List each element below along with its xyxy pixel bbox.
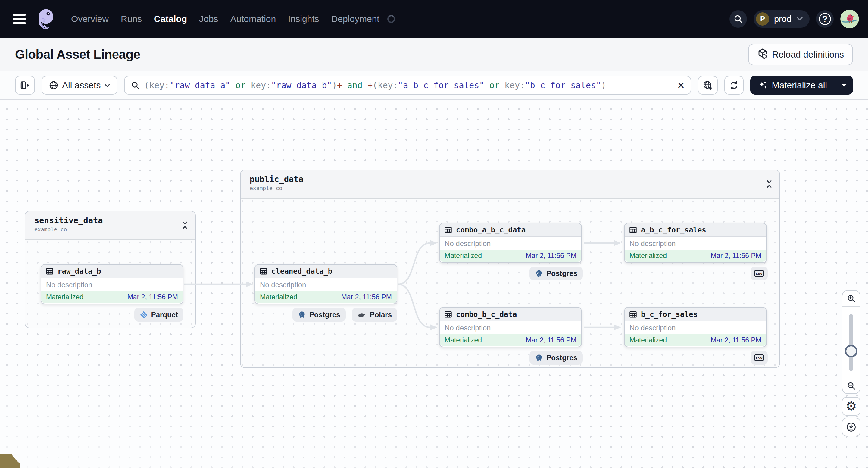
query-segment: key: (504, 81, 525, 90)
nav-item-insights[interactable]: Insights (288, 14, 319, 24)
minimap-corner (0, 454, 20, 468)
nav-menu: OverviewRunsCatalogJobsAutomationInsight… (71, 14, 379, 24)
table-icon (629, 311, 637, 318)
dagster-logo-icon[interactable] (34, 4, 58, 33)
asset-status: Materialized (444, 252, 482, 260)
materialize-all-button[interactable]: Materialize all (750, 76, 853, 95)
lineage-canvas[interactable]: sensitive_data example_co public_data ex… (0, 100, 868, 468)
top-navigation: OverviewRunsCatalogJobsAutomationInsight… (0, 0, 868, 38)
deployment-avatar: P (756, 12, 769, 26)
zoom-in-button[interactable] (842, 291, 860, 306)
asset-node-b-c-for-sales[interactable]: b_c_for_sales No description Materialize… (624, 307, 767, 347)
group-header[interactable]: sensitive_data example_co (25, 211, 195, 240)
asset-materialized-timestamp: Mar 2, 11:56 PM (526, 252, 577, 260)
query-segment: + (337, 81, 342, 90)
query-segment: + (367, 81, 373, 90)
nav-item-catalog[interactable]: Catalog (154, 14, 187, 24)
asset-name: a_b_c_for_sales (641, 226, 706, 234)
nav-item-automation[interactable]: Automation (230, 14, 276, 24)
zoom-slider-thumb[interactable] (845, 345, 858, 357)
lineage-toolbar: All assets (key:"raw_data_a" or key:"raw… (0, 71, 868, 100)
asset-tags: Parquet (41, 308, 183, 322)
reload-definitions-label: Reload definitions (772, 50, 844, 60)
tag-csv[interactable]: CSV (750, 267, 768, 280)
csv-icon: CSV (754, 354, 764, 362)
csv-icon: CSV (754, 270, 764, 277)
deployment-switcher[interactable]: P prod (753, 10, 810, 28)
fetch-external-assets-button[interactable] (698, 76, 718, 95)
asset-status: Materialized (444, 336, 482, 344)
polars-icon (357, 312, 367, 318)
asset-description: No description (440, 321, 581, 334)
collapse-group-icon[interactable] (181, 220, 189, 231)
globe-icon (49, 81, 58, 90)
query-segment: ) (601, 81, 606, 90)
query-segment: "b_c_for_sales" (525, 81, 601, 90)
asset-description: No description (41, 278, 183, 291)
query-segment: key: (251, 81, 271, 90)
tag-polars[interactable]: Polars (352, 308, 397, 322)
collapse-group-icon[interactable] (766, 179, 773, 190)
tag-postgres[interactable]: Postgres (529, 351, 583, 365)
asset-node-raw-data-b[interactable]: raw_data_b No description Materialized M… (41, 264, 183, 304)
materialize-all-label: Materialize all (772, 80, 827, 90)
reload-definitions-button[interactable]: Reload definitions (748, 44, 853, 65)
asset-tags: CSV (624, 267, 768, 280)
reload-definitions-icon (757, 48, 768, 61)
asset-search-input[interactable]: (key:"raw_data_a" or key:"raw_data_b")+ … (124, 76, 691, 95)
download-icon (846, 422, 857, 433)
asset-description: No description (625, 321, 766, 334)
refresh-button[interactable] (724, 76, 744, 95)
nav-item-deployment[interactable]: Deployment (331, 14, 379, 24)
nav-item-runs[interactable]: Runs (121, 14, 142, 24)
loading-spinner-icon (387, 15, 395, 23)
search-button[interactable] (730, 10, 747, 28)
open-side-panel-button[interactable] (15, 76, 35, 95)
parquet-icon (140, 311, 148, 319)
materialize-options-caret[interactable] (835, 76, 853, 95)
search-icon (131, 81, 140, 90)
asset-name: combo_b_c_data (456, 310, 517, 319)
graph-settings-button[interactable]: ⚙ (842, 397, 861, 415)
table-icon (629, 226, 637, 234)
asset-node-a-b-c-for-sales[interactable]: a_b_c_for_sales No description Materiali… (624, 223, 767, 263)
tag-postgres[interactable]: Postgres (292, 308, 346, 322)
zoom-in-icon (847, 294, 856, 303)
query-segment: (key: (144, 81, 169, 90)
asset-node-cleaned-data-b[interactable]: cleaned_data_b No description Materializ… (254, 264, 397, 304)
asset-status: Materialized (629, 252, 667, 260)
dagster-app: OverviewRunsCatalogJobsAutomationInsight… (0, 0, 868, 468)
asset-tags: Postgres (439, 351, 583, 365)
postgres-icon (535, 354, 543, 362)
zoom-out-button[interactable] (842, 378, 860, 393)
asset-scope-label: All assets (62, 80, 101, 90)
asset-node-combo-a-b-c-data[interactable]: combo_a_b_c_data No description Material… (439, 223, 582, 263)
zoom-slider-track[interactable] (849, 314, 853, 371)
hamburger-menu-icon[interactable] (13, 13, 27, 24)
help-button[interactable]: ? (816, 10, 834, 28)
tag-csv[interactable]: CSV (750, 351, 768, 365)
tag-postgres[interactable]: Postgres (529, 267, 583, 280)
nav-item-overview[interactable]: Overview (71, 14, 109, 24)
refresh-icon (729, 81, 739, 90)
asset-name: b_c_for_sales (641, 310, 698, 319)
asset-node-combo-b-c-data[interactable]: combo_b_c_data No description Materializ… (439, 307, 582, 347)
page-header: Global Asset Lineage Reload definitions (0, 38, 868, 71)
asset-status: Materialized (629, 336, 667, 344)
table-icon (444, 311, 452, 318)
zoom-slider[interactable] (842, 307, 860, 378)
clear-search-button[interactable]: × (677, 79, 684, 91)
asset-description: No description (440, 237, 581, 250)
download-graph-button[interactable] (842, 418, 861, 436)
asset-tags: CSV (624, 351, 768, 365)
asset-scope-dropdown[interactable]: All assets (41, 76, 118, 95)
tag-parquet[interactable]: Parquet (134, 308, 183, 322)
group-header[interactable]: public_data example_co (241, 170, 779, 199)
search-query[interactable]: (key:"raw_data_a" or key:"raw_data_b")+ … (144, 81, 673, 90)
chevron-down-icon (104, 84, 110, 87)
user-avatar[interactable] (840, 10, 859, 28)
asset-status: Materialized (46, 293, 84, 301)
asset-tags: Postgres Polars (254, 308, 397, 322)
asset-description: No description (255, 278, 397, 291)
nav-item-jobs[interactable]: Jobs (199, 14, 218, 24)
